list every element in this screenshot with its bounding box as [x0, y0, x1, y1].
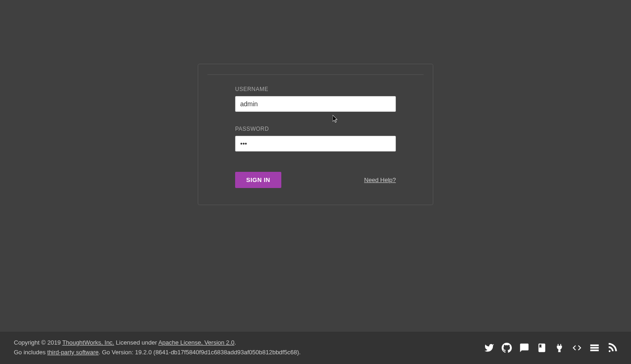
username-input[interactable] [235, 96, 396, 112]
signin-button[interactable]: SIGN IN [235, 172, 281, 188]
github-icon[interactable] [502, 343, 512, 353]
password-label: PASSWORD [235, 126, 396, 132]
username-label: USERNAME [235, 86, 396, 92]
footer-text: Copyright © 2019 ThoughtWorks, Inc. Lice… [14, 338, 301, 358]
code-icon[interactable] [572, 343, 582, 353]
footer: Copyright © 2019 ThoughtWorks, Inc. Lice… [0, 332, 631, 364]
password-input[interactable] [235, 136, 396, 152]
form-actions: SIGN IN Need Help? [198, 172, 433, 188]
twitter-icon[interactable] [484, 343, 494, 353]
licensed-text: Licensed under [114, 339, 158, 346]
username-group: USERNAME [198, 86, 433, 112]
help-link[interactable]: Need Help? [364, 176, 396, 183]
thirdparty-link[interactable]: third-party software [47, 349, 98, 356]
go-includes-prefix: Go includes [14, 349, 47, 356]
chat-icon[interactable] [519, 343, 529, 353]
book-icon[interactable] [537, 343, 547, 353]
company-link[interactable]: ThoughtWorks, Inc. [62, 339, 114, 346]
login-panel: USERNAME PASSWORD SIGN IN Need Help? [198, 64, 433, 205]
footer-icons [484, 343, 617, 353]
copyright-prefix: Copyright © 2019 [14, 339, 62, 346]
password-group: PASSWORD [198, 126, 433, 152]
rss-icon[interactable] [607, 343, 617, 353]
version-text: . Go Version: 19.2.0 (8641-db17f5840f9d1… [99, 349, 301, 356]
license-suffix: . [234, 339, 236, 346]
panel-divider [207, 74, 424, 75]
server-icon[interactable] [589, 343, 600, 353]
plug-icon[interactable] [554, 343, 564, 353]
license-link[interactable]: Apache License, Version 2.0 [158, 339, 235, 346]
